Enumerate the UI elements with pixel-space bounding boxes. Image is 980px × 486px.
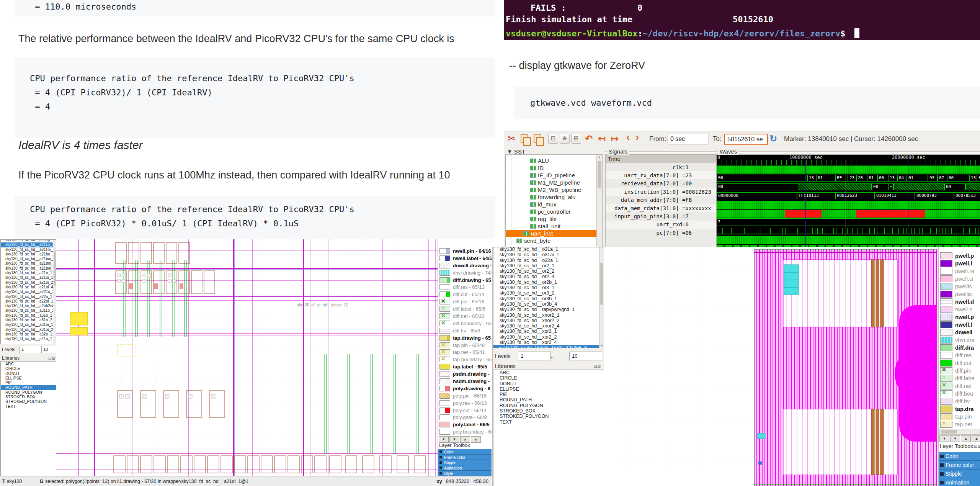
library-item[interactable]: TEXT — [1, 404, 57, 409]
sst-tree-item[interactable]: reg_file — [506, 215, 597, 223]
toolbox-option-row[interactable]: Color — [438, 449, 492, 455]
layer-row[interactable]: nwell.d — [939, 298, 980, 306]
fetch-right-icon[interactable]: ↦ — [611, 133, 619, 144]
layer-row[interactable]: pwellis — [939, 283, 980, 290]
cell-list-item[interactable]: sky130_fd_sc_hd__or2_4 — [493, 274, 604, 279]
library-item[interactable]: DONUT — [1, 371, 57, 376]
copy-icon[interactable] — [521, 134, 528, 143]
signal-row[interactable]: clk =1 — [606, 163, 716, 171]
zoom-undo-icon[interactable]: ↶ — [585, 133, 593, 144]
cell-list-item[interactable]: sky130_fd_sc_hd__or3_2 — [493, 290, 604, 296]
layer-row[interactable]: poly.gate - 66/9 — [438, 414, 492, 421]
sst-tree-item[interactable]: id_mux — [506, 201, 597, 208]
library-item[interactable]: STROKED_POLYGON — [493, 414, 604, 419]
sst-tree-item[interactable]: M2_WB_pipeline — [506, 186, 597, 193]
waveform-area[interactable]: 0 10000000 sec 20000000 sec 001301FF2326… — [716, 154, 980, 247]
signal-row[interactable]: instruction[31:0] =00812623 — [606, 188, 716, 196]
layer-row[interactable]: vhvi.drawing - 74/ — [438, 269, 492, 277]
layer-row[interactable]: diff.cut - 65/14 — [438, 291, 492, 298]
cell-list-item[interactable]: sky130_fd_sc_hd__a211oi_1 — [1, 247, 57, 252]
layer-row[interactable]: diff.hv - 65/8 — [438, 327, 492, 334]
paste-icon[interactable] — [534, 134, 541, 143]
cut-icon[interactable]: ✂ — [508, 133, 515, 144]
layer-row[interactable]: poly.label - 66/5 — [438, 421, 492, 428]
checkbox-icon[interactable] — [439, 461, 442, 464]
layout-canvas[interactable] — [604, 247, 937, 486]
cell-list-item[interactable]: sky130_fd_sc_hd__a211o_1 — [1, 242, 57, 247]
cell-list-item[interactable]: sky130_fd_sc_hd__tapvpwrvgnd_1 — [493, 307, 604, 312]
layer-row[interactable]: diff.net - 65/23 — [438, 313, 492, 320]
cell-list-item[interactable]: sky130_fd_sc_hd__xnor2_1 — [493, 313, 604, 318]
library-item[interactable]: CIRCLE — [493, 375, 604, 381]
levels-from-spinbox[interactable]: 1 — [518, 352, 551, 360]
layer-row[interactable]: nwell.p — [939, 313, 980, 321]
library-item[interactable]: STROKED_POLYGON — [1, 399, 57, 404]
cell-list-item[interactable]: sky130_fd_sc_hd__a41o_1 — [1, 337, 57, 341]
layer-row[interactable]: pwell.p — [939, 252, 980, 260]
libraries-panel-icons[interactable]: ⊡⊠ — [48, 356, 55, 361]
layer-row[interactable]: pwell.ci — [939, 275, 980, 283]
library-item[interactable]: DONUT — [493, 381, 604, 386]
prev-edge-icon[interactable]: ‹ — [626, 131, 630, 143]
layer-row[interactable]: diff.pin - 65/16 — [438, 298, 492, 305]
checkbox-icon[interactable] — [439, 466, 442, 469]
libraries-list[interactable]: ARCCIRCLEDONUTELLIPSEPIEROUND_PATHROUND_… — [493, 370, 604, 486]
checkbox-icon[interactable] — [439, 450, 442, 453]
checkbox-icon[interactable] — [940, 463, 944, 467]
cell-list-item[interactable]: sky130_fd_sc_hd__xor2_2 — [493, 334, 604, 340]
layer-row[interactable]: tap.drawing - 65 — [438, 334, 492, 342]
sst-tree[interactable]: ALU ID IF_ID_pipeline M1_M2_pipe — [505, 154, 603, 247]
levels-from-spinbox[interactable]: 1 — [19, 346, 45, 353]
layer-row[interactable]: poly.cut - 66/14 — [438, 407, 492, 414]
layout-canvas[interactable]: sky130_ef_sc_hd__decap_12 — [56, 239, 438, 477]
layer-row[interactable]: nsdm.drawing - — [438, 378, 492, 385]
zoom-fit-icon[interactable]: ⊡ — [548, 134, 558, 144]
layer-row[interactable]: diff.bou — [939, 390, 980, 398]
layer-row[interactable]: poly.res - 66/13 — [438, 399, 492, 407]
signal-row[interactable]: uart_rxd =0 — [606, 221, 716, 229]
layer-scroll-buttons[interactable]: ▼▼▲▲ — [439, 436, 481, 443]
layer-row[interactable]: diff.hv — [939, 398, 980, 405]
checkbox-icon[interactable] — [940, 455, 944, 458]
cell-list-item[interactable]: sky130_fd_sc_hd__o31a_1 — [493, 247, 604, 252]
cell-list-item[interactable]: sky130_fd_sc_hd__a31o_2 — [1, 318, 57, 322]
layer-row[interactable]: diff.boundary - 65/ — [438, 320, 492, 327]
layer-row[interactable]: vhvi.dra — [939, 336, 980, 344]
layer-row[interactable]: tap.pin — [939, 413, 980, 421]
layer-row[interactable]: diff.labe — [939, 375, 980, 382]
cell-list-item[interactable]: ▸ sky130_sram_1kbyte_1rw1r_32x256_8 — [493, 345, 604, 348]
signal-row[interactable]: input_gpio_pins[3:0] =7 — [606, 212, 716, 220]
library-item[interactable]: STROKED_BOX — [493, 408, 604, 414]
layer-row[interactable]: nwell.n — [939, 306, 980, 313]
cell-list-item[interactable]: sky130_fd_sc_hd__a31oi_2 — [1, 327, 57, 332]
levels-to-spinbox[interactable]: 10 — [41, 346, 57, 353]
checkbox-icon[interactable] — [439, 472, 442, 475]
sst-tree-item[interactable]: ID — [506, 164, 597, 172]
layer-row[interactable]: diff.res - 65/13 — [438, 283, 492, 291]
library-item[interactable]: PIE — [493, 392, 604, 397]
cell-list-item[interactable]: sky130_fd_sc_hd__or3b_1 — [493, 296, 604, 301]
cell-list-item[interactable]: sky130_fd_sc_hd__a31o_1 — [1, 313, 57, 318]
library-item[interactable]: ARC — [493, 370, 604, 375]
layer-row[interactable]: diff.pin — [939, 367, 980, 375]
cell-list-item[interactable]: sky130_fd_sc_hd__xnor2_4 — [493, 323, 604, 329]
library-item[interactable]: ROUND_PATH — [493, 397, 604, 403]
layer-row[interactable]: tap.label - 65/5 — [438, 363, 492, 370]
layer-scroll-buttons[interactable]: ▼▼▲▲ — [939, 435, 980, 442]
cell-list-item[interactable]: sky130_fd_sc_hd__o32a_1 — [493, 258, 604, 263]
library-item[interactable]: ELLIPSE — [493, 386, 604, 392]
layer-row[interactable]: nwell.l — [939, 321, 980, 329]
cell-list-item[interactable]: sky130_fd_sc_hd__a21boi_4 — [1, 266, 57, 271]
next-edge-icon[interactable]: › — [635, 131, 639, 143]
cell-list-item[interactable]: sky130_fd_sc_hd__or3_1 — [493, 285, 604, 290]
sst-tree-item[interactable]: stall_unit — [506, 223, 597, 230]
library-item[interactable]: TEXT — [493, 419, 604, 425]
cell-list-item[interactable]: sky130_fd_sc_hd__xnor2_2 — [493, 318, 604, 323]
sst-scrollbar[interactable]: ▲ — [596, 155, 602, 247]
layer-row[interactable]: diff.drawing - 65 — [438, 277, 492, 284]
toolbox-option-row[interactable]: Animation — [438, 465, 492, 471]
layer-row[interactable]: dnwell — [939, 329, 980, 336]
cell-list-item[interactable]: sky130_fd_sc_hd__or3b_4 — [493, 301, 604, 307]
sst-tree-item[interactable]: forwarding_alu — [506, 193, 597, 201]
library-item[interactable]: ROUND_PATH — [1, 385, 57, 389]
